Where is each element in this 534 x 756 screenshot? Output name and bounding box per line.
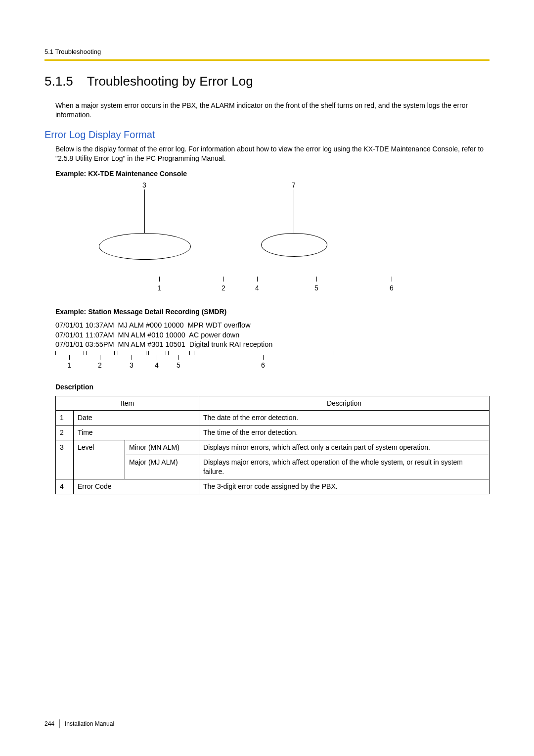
diagram-bottom-label: 5 [314, 284, 318, 293]
body: When a major system error occurs in the … [55, 101, 490, 120]
page-footer: 244 Installation Manual [44, 719, 114, 728]
smdr-tick [100, 355, 100, 360]
smdr-bracket [55, 351, 84, 355]
table-cell-desc: The time of the error detection. [199, 425, 490, 440]
table-cell-num: 2 [56, 425, 74, 440]
diagram-tick [159, 277, 160, 282]
diagram-top-label-7: 7 [292, 181, 296, 190]
table-header-item: Item [56, 396, 199, 411]
smdr-tick [69, 355, 70, 360]
section-number: 5.1.5 [44, 73, 73, 90]
table-row: 2 Time The time of the error detection. [56, 425, 490, 440]
table-header-row: Item Description [56, 396, 490, 411]
smdr-block: 07/01/01 10:37AM MJ ALM #000 10000 MPR W… [55, 321, 490, 374]
diagram-line [144, 189, 145, 233]
smdr-tick [178, 355, 179, 360]
diagram-bottom-label: 1 [157, 284, 161, 293]
table-row: 1 Date The date of the error detection. [56, 411, 490, 425]
smdr-bracket-label: 1 [67, 361, 71, 370]
diagram-tick [257, 277, 258, 282]
smdr-bracket-label: 3 [130, 361, 134, 370]
table-cell-item: Error Code [74, 479, 199, 494]
smdr-bracket [168, 351, 190, 355]
smdr-bracket-label: 6 [261, 361, 265, 370]
smdr-bracket [194, 351, 333, 355]
running-header: 5.1 Troubleshooting [44, 47, 490, 56]
table-cell-sub: Major (MJ ALM) [125, 455, 199, 479]
accent-rule [44, 59, 490, 61]
diagram-top-label-3: 3 [142, 181, 146, 190]
diagram-bottom-label: 6 [390, 284, 394, 293]
section-title: Troubleshooting by Error Log [87, 73, 253, 90]
description-table: Item Description 1 Date The date of the … [55, 396, 490, 494]
smdr-tick [132, 355, 132, 360]
kxtde-diagram: 3 7 1 2 4 5 6 [55, 181, 490, 294]
sub-intro-paragraph: Below is the display format of the error… [55, 144, 490, 163]
diagram-ellipse-right [261, 233, 327, 257]
smdr-tick [157, 355, 157, 360]
example2-label: Example: Station Message Detail Recordin… [55, 307, 490, 317]
table-header-desc: Description [199, 396, 490, 411]
table-cell-num: 3 [56, 440, 74, 479]
diagram-bottom-label: 2 [222, 284, 225, 293]
footer-separator [59, 719, 60, 728]
smdr-bracket [118, 351, 146, 355]
diagram-bottom-ticks: 1 2 4 5 6 [55, 277, 490, 294]
smdr-bracket-label: 5 [177, 361, 180, 370]
smdr-bracket [86, 351, 115, 355]
smdr-bracket [148, 351, 166, 355]
description-heading: Description [55, 382, 490, 392]
smdr-line: 07/01/01 03:55PM MN ALM #301 10501 Digit… [55, 340, 490, 350]
example1-label: Example: KX-TDE Maintenance Console [55, 169, 490, 179]
footer-title: Installation Manual [65, 720, 114, 728]
table-cell-desc: The date of the error detection. [199, 411, 490, 425]
table-cell-item: Level [74, 440, 125, 479]
diagram-tick [223, 277, 224, 282]
table-cell-item: Date [74, 411, 199, 425]
table-row: 4 Error Code The 3-digit error code assi… [56, 479, 490, 494]
subsection-heading: Error Log Display Format [44, 128, 490, 142]
table-cell-desc: Displays minor errors, which affect only… [199, 440, 490, 455]
section-heading: 5.1.5 Troubleshooting by Error Log [44, 73, 490, 90]
subsection-body: Below is the display format of the error… [55, 144, 490, 494]
diagram-line [294, 189, 294, 233]
diagram-tick [392, 277, 392, 282]
intro-paragraph: When a major system error occurs in the … [55, 101, 490, 120]
table-cell-sub: Minor (MN ALM) [125, 440, 199, 455]
diagram-ellipse-left [99, 233, 191, 260]
table-cell-num: 1 [56, 411, 74, 425]
smdr-bracket-label: 4 [155, 361, 159, 370]
smdr-bracket-label: 2 [98, 361, 102, 370]
table-row: 3 Level Minor (MN ALM) Displays minor er… [56, 440, 490, 455]
table-cell-desc: Displays major errors, which affect oper… [199, 455, 490, 479]
page-number: 244 [44, 720, 54, 728]
smdr-brackets: 1 2 3 4 5 6 [55, 351, 490, 374]
smdr-line: 07/01/01 10:37AM MJ ALM #000 10000 MPR W… [55, 321, 490, 331]
table-cell-num: 4 [56, 479, 74, 494]
smdr-tick [263, 355, 264, 360]
diagram-bottom-label: 4 [255, 284, 259, 293]
diagram-tick [316, 277, 317, 282]
table-cell-desc: The 3-digit error code assigned by the P… [199, 479, 490, 494]
table-cell-item: Time [74, 425, 199, 440]
smdr-line: 07/01/01 11:07AM MN ALM #010 10000 AC po… [55, 331, 490, 340]
page: 5.1 Troubleshooting 5.1.5 Troubleshootin… [0, 0, 534, 756]
